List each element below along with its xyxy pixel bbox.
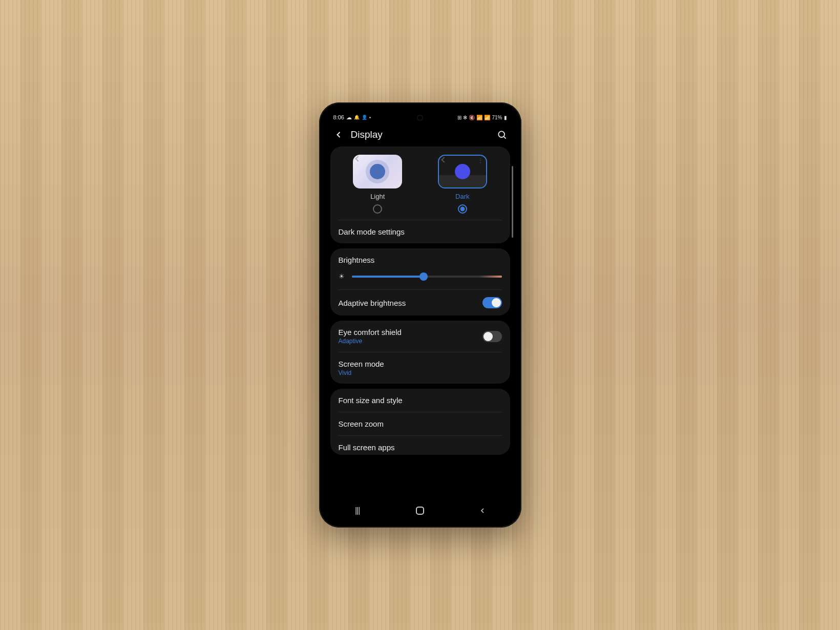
- svg-point-0: [498, 131, 505, 137]
- nfc-icon: ⊞: [457, 115, 461, 120]
- back-icon: [478, 507, 487, 515]
- signal-icon: 📶: [484, 115, 490, 120]
- recents-icon: |||: [355, 506, 360, 515]
- slider-thumb[interactable]: [419, 272, 428, 281]
- search-button[interactable]: [497, 130, 507, 140]
- light-preview-icon: [353, 155, 402, 188]
- camera-punch-hole: [417, 115, 423, 121]
- brightness-slider-wrap: ☀: [339, 272, 502, 280]
- status-bar-right: ⊞ ✻ 🔇 📶 📶 71% ▮: [457, 115, 507, 120]
- full-screen-apps-row[interactable]: Full screen apps: [330, 436, 510, 455]
- adaptive-brightness-label: Adaptive brightness: [339, 299, 406, 307]
- dark-mode-settings-label: Dark mode settings: [339, 227, 405, 236]
- nav-recents-button[interactable]: |||: [342, 505, 373, 517]
- mute-icon: 🔇: [469, 115, 475, 120]
- eye-comfort-toggle[interactable]: [482, 331, 502, 342]
- content-scroll[interactable]: Light ⋮ Dark Dark mode settings: [326, 146, 514, 506]
- font-size-row[interactable]: Font size and style: [330, 389, 510, 412]
- full-screen-apps-label: Full screen apps: [339, 443, 395, 452]
- screen-zoom-row[interactable]: Screen zoom: [330, 412, 510, 435]
- battery-icon: ▮: [504, 115, 507, 120]
- phone-screen: 8:06 ☁ 🔔 👤 ⊞ ✻ 🔇 📶 📶 71% ▮ Display: [326, 110, 514, 520]
- nav-back-button[interactable]: [467, 505, 498, 517]
- screen-mode-row[interactable]: Screen mode Vivid: [330, 352, 510, 384]
- screen-mode-label: Screen mode: [339, 360, 384, 368]
- page-header: Display: [326, 125, 514, 146]
- notification-icon-2: 👤: [362, 115, 367, 120]
- nav-home-button[interactable]: [405, 505, 435, 517]
- adaptive-brightness-row[interactable]: Adaptive brightness: [330, 290, 510, 316]
- brightness-sun-icon: ☀: [339, 272, 345, 280]
- slider-warm-zone: [479, 276, 502, 278]
- theme-card: Light ⋮ Dark Dark mode settings: [330, 146, 510, 243]
- home-icon: [416, 507, 424, 515]
- theme-option-light[interactable]: Light: [353, 155, 402, 214]
- brightness-section: Brightness ☀: [330, 248, 510, 289]
- theme-options: Light ⋮ Dark: [330, 146, 510, 220]
- font-zoom-card: Font size and style Screen zoom Full scr…: [330, 389, 510, 455]
- back-button[interactable]: [333, 130, 344, 140]
- adaptive-brightness-toggle[interactable]: [482, 297, 502, 308]
- dark-label: Dark: [455, 193, 469, 200]
- brightness-label: Brightness: [339, 256, 502, 264]
- cloud-icon: ☁: [346, 114, 352, 121]
- eye-comfort-row[interactable]: Eye comfort shield Adaptive: [330, 321, 510, 352]
- status-bar-left: 8:06 ☁ 🔔 👤: [333, 114, 371, 121]
- battery-percent: 71%: [492, 115, 502, 120]
- light-radio[interactable]: [373, 204, 382, 214]
- light-label: Light: [370, 193, 385, 200]
- slider-fill: [352, 276, 424, 278]
- screen-zoom-label: Screen zoom: [339, 419, 384, 428]
- scrollbar-thumb[interactable]: [512, 166, 513, 238]
- status-time: 8:06: [333, 114, 344, 120]
- theme-option-dark[interactable]: ⋮ Dark: [438, 155, 487, 214]
- eye-comfort-label: Eye comfort shield: [339, 328, 402, 337]
- page-title: Display: [351, 129, 497, 140]
- dark-preview-icon: ⋮: [438, 155, 487, 188]
- wifi-icon: 📶: [476, 115, 482, 120]
- brightness-card: Brightness ☀ Adaptive brightness: [330, 248, 510, 316]
- notification-icon: 🔔: [354, 115, 360, 120]
- display-options-card: Eye comfort shield Adaptive Screen mode …: [330, 321, 510, 384]
- dark-radio[interactable]: [458, 204, 467, 214]
- font-size-label: Font size and style: [339, 396, 403, 405]
- dark-mode-settings-row[interactable]: Dark mode settings: [330, 220, 510, 243]
- phone-frame: 8:06 ☁ 🔔 👤 ⊞ ✻ 🔇 📶 📶 71% ▮ Display: [319, 102, 521, 528]
- screen-mode-sub: Vivid: [339, 369, 384, 376]
- more-notifications-dot: [369, 117, 371, 118]
- eye-comfort-sub: Adaptive: [339, 338, 402, 345]
- navigation-bar: |||: [326, 501, 514, 520]
- brightness-slider[interactable]: [352, 276, 502, 278]
- settings-status-icon: ✻: [463, 115, 467, 120]
